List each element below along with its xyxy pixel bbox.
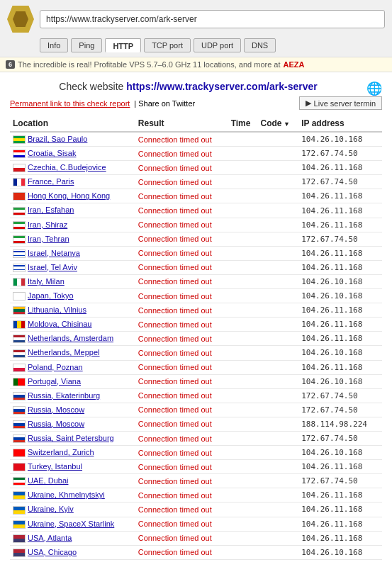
flag-icon	[13, 207, 26, 215]
table-row: UAE, Dubai Connection timed out 172.67.7…	[10, 474, 382, 488]
flag-icon	[13, 235, 26, 244]
cell-code	[257, 488, 298, 503]
cell-result: Connection timed out	[135, 246, 228, 260]
logo-inner	[13, 11, 28, 27]
live-server-button[interactable]: ▶ Live server termin	[299, 96, 382, 110]
cell-code	[257, 460, 298, 474]
cell-location[interactable]: France, Paris	[10, 175, 135, 189]
cell-location[interactable]: USA, Atlanta	[10, 531, 135, 545]
cell-location[interactable]: Portugal, Viana	[10, 374, 135, 388]
cell-location[interactable]: USA, Chicago	[10, 545, 135, 559]
cell-location[interactable]: Russia, Saint Petersburg	[10, 431, 135, 445]
cell-location[interactable]: Ukraine, Kyiv	[10, 503, 135, 517]
cell-result: Connection timed out	[135, 189, 228, 203]
cell-location[interactable]: Israel, Netanya	[10, 246, 135, 260]
cell-time	[228, 203, 258, 218]
cell-code	[257, 431, 298, 445]
cell-time	[228, 474, 258, 488]
cell-location[interactable]: Switzerland, Zurich	[10, 446, 135, 460]
cell-time	[228, 189, 258, 203]
cell-location[interactable]: Czechia, C.Budejovice	[10, 161, 135, 175]
cell-location[interactable]: Ukraine, Khmelnytskyi	[10, 488, 135, 503]
cell-code	[257, 260, 298, 274]
cell-ip: 172.67.74.50	[298, 175, 382, 189]
cell-location[interactable]: Ukraine, SpaceX Starlink	[10, 517, 135, 531]
share-text: | Share on Twitter	[134, 99, 195, 108]
flag-icon	[13, 477, 26, 485]
cell-time	[228, 218, 258, 232]
udp-button[interactable]: UDP port	[194, 38, 241, 52]
cell-ip: 104.26.11.168	[298, 360, 382, 374]
cell-ip: 172.67.74.50	[298, 431, 382, 445]
cell-ip: 104.26.11.168	[298, 517, 382, 531]
cell-time	[228, 147, 258, 161]
cell-location[interactable]: Russia, Ekaterinburg	[10, 388, 135, 403]
dns-button[interactable]: DNS	[244, 38, 276, 52]
cell-ip: 104.26.11.168	[298, 218, 382, 232]
cell-location[interactable]: Israel, Tel Aviv	[10, 260, 135, 274]
table-row: Israel, Tel Aviv Connection timed out 10…	[10, 260, 382, 274]
cell-location[interactable]: Iran, Shiraz	[10, 218, 135, 232]
table-row: Turkey, Istanbul Connection timed out 10…	[10, 460, 382, 474]
cell-location[interactable]: Netherlands, Amsterdam	[10, 332, 135, 346]
url-input[interactable]	[40, 10, 385, 28]
cell-location[interactable]: Iran, Esfahan	[10, 203, 135, 218]
cell-location[interactable]: Turkey, Istanbul	[10, 460, 135, 474]
flag-icon	[13, 420, 26, 429]
cell-location[interactable]: Russia, Moscow	[10, 417, 135, 431]
live-server-icon: ▶	[306, 99, 311, 108]
top-bar	[0, 0, 392, 38]
cell-code	[257, 403, 298, 417]
cell-location[interactable]: Italy, Milan	[10, 274, 135, 288]
cell-result: Connection timed out	[135, 346, 228, 360]
flag-icon	[13, 264, 26, 272]
cell-location[interactable]: Japan, Tokyo	[10, 289, 135, 303]
tcp-button[interactable]: TCP port	[144, 38, 191, 52]
cell-location[interactable]: Iran, Tehran	[10, 232, 135, 246]
cell-location[interactable]: UAE, Dubai	[10, 474, 135, 488]
table-row: Italy, Milan Connection timed out 104.26…	[10, 274, 382, 288]
cell-code	[257, 346, 298, 360]
cell-result: Connection timed out	[135, 260, 228, 274]
cell-location[interactable]: Netherlands, Meppel	[10, 346, 135, 360]
ad-link[interactable]: AEZA	[284, 60, 305, 69]
flag-icon	[13, 520, 26, 529]
flag-icon	[13, 491, 26, 500]
cell-result: Connection timed out	[135, 132, 228, 147]
cell-time	[228, 531, 258, 545]
cell-result: Connection timed out	[135, 360, 228, 374]
cell-ip: 104.26.11.168	[298, 260, 382, 274]
cell-location[interactable]: Poland, Poznan	[10, 360, 135, 374]
info-button[interactable]: Info	[40, 38, 68, 52]
cell-code	[257, 374, 298, 388]
table-row: Lithuania, Vilnius Connection timed out …	[10, 303, 382, 318]
perm-link[interactable]: Permanent link to this check report	[10, 99, 130, 108]
cell-ip: 104.26.10.168	[298, 374, 382, 388]
table-row: USA, Chicago Connection timed out 104.26…	[10, 545, 382, 559]
flag-icon	[13, 278, 26, 286]
cell-time	[228, 132, 258, 147]
ping-button[interactable]: Ping	[71, 38, 102, 52]
cell-time	[228, 545, 258, 559]
cell-location[interactable]: Russia, Moscow	[10, 403, 135, 417]
cell-result: Connection timed out	[135, 474, 228, 488]
cell-location[interactable]: Croatia, Sisak	[10, 147, 135, 161]
flag-icon	[13, 306, 26, 315]
flag-icon	[13, 406, 26, 415]
cell-ip: 104.26.11.168	[298, 488, 382, 503]
table-row: Hong Kong, Hong Kong Connection timed ou…	[10, 189, 382, 203]
live-server-label: Live server termin	[314, 99, 376, 108]
http-button[interactable]: HTTP	[105, 38, 141, 52]
cell-code	[257, 147, 298, 161]
cell-ip: 172.67.74.50	[298, 388, 382, 403]
cell-location[interactable]: Moldova, Chisinau	[10, 318, 135, 332]
cell-result: Connection timed out	[135, 503, 228, 517]
col-code[interactable]: Code	[257, 116, 298, 132]
cell-ip: 104.26.11.168	[298, 503, 382, 517]
cell-location[interactable]: Hong Kong, Hong Kong	[10, 189, 135, 203]
cell-location[interactable]: Brazil, Sao Paulo	[10, 132, 135, 147]
cell-result: Connection timed out	[135, 203, 228, 218]
cell-location[interactable]: Lithuania, Vilnius	[10, 303, 135, 318]
cell-code	[257, 360, 298, 374]
table-row: Moldova, Chisinau Connection timed out 1…	[10, 318, 382, 332]
